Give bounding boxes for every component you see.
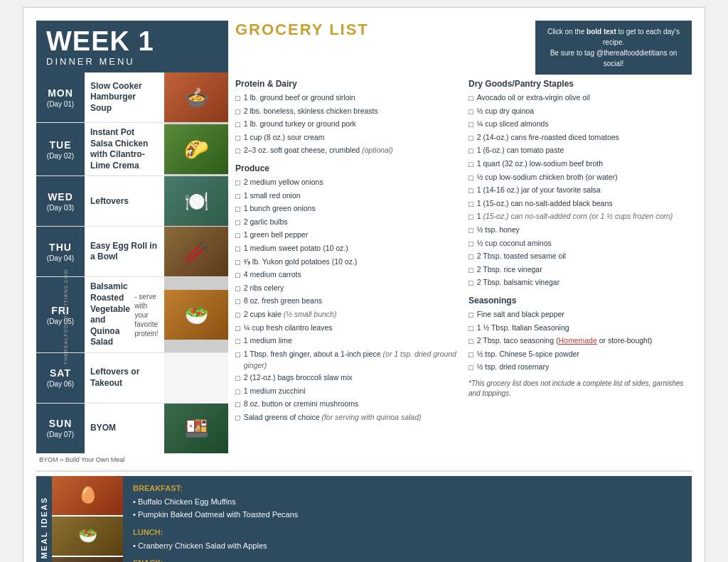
grocery-item: □2–3 oz. soft goat cheese, crumbled (opt… (235, 144, 459, 158)
grocery-item: □¼ cup sliced almonds (469, 118, 692, 131)
day-cell-tue: TUE(Day 02) (36, 123, 85, 175)
grocery-item-text: 2 medium yellow onions (244, 176, 323, 188)
meal-cell-wed[interactable]: Leftovers (85, 176, 164, 226)
grocery-item: □Salad greens of choice (for serving wit… (235, 411, 459, 425)
grocery-checkbox: □ (235, 323, 240, 335)
grocery-item: □1 medium sweet potato (10 oz.) (235, 242, 459, 256)
meal-image-fri: 🥗 (164, 277, 228, 352)
menu-row[interactable]: SUN(Day 07)BYOM🍱 (36, 404, 228, 453)
meal-name: Instant Pot Salsa Chicken with Cilantro-… (90, 127, 159, 171)
grocery-item-text: Avocado oil or extra-virgin olive oil (477, 92, 590, 104)
grocery-checkbox: □ (469, 264, 473, 277)
day-cell-sat: SAT(Day 06) (36, 353, 85, 403)
grocery-item-text: 1 (15-oz.) can no-salt-added black beans (477, 198, 613, 210)
grocery-checkbox: □ (469, 335, 473, 348)
meal-image-sun: 🍱 (164, 404, 228, 453)
grocery-checkbox: □ (235, 269, 240, 282)
grocery-checkbox: □ (235, 217, 240, 229)
meal-image-mon: 🍲 (164, 72, 228, 122)
tip-bold: bold text (587, 28, 616, 36)
right-panel: GROCERY LIST Click on the bold text to g… (235, 21, 692, 466)
grocery-item: □1 cup (8 oz.) sour cream (235, 131, 459, 145)
grocery-item-text: ½ tsp. honey (477, 224, 520, 236)
grocery-item-text: 1 quart (32 oz.) low-sodium beef broth (477, 158, 603, 170)
grocery-item-text: 1 lb. ground beef or ground sirloin (244, 92, 355, 104)
grocery-item-text: ¼ cup fresh cilantro leaves (244, 322, 333, 334)
menu-row[interactable]: MON(Day 01)Slow Cooker Hamburger Soup🍲 (36, 72, 228, 123)
food-image-placeholder: 🌮 (164, 124, 228, 174)
food-image-placeholder: 🍱 (164, 404, 228, 453)
grocery-item: □1 lb. ground beef or ground sirloin (235, 92, 459, 105)
day-name: TUE (50, 139, 72, 151)
day-num: (Day 02) (47, 152, 74, 160)
menu-table: MON(Day 01)Slow Cooker Hamburger Soup🍲TU… (36, 72, 228, 453)
bottom-row: OTHER MEAL IDEAS 🥚 🥗 🍪 BREAKFAST: • Buff… (36, 470, 692, 562)
grocery-checkbox: □ (469, 277, 473, 290)
grocery-item-text: 4 medium carrots (244, 269, 301, 281)
day-num: (Day 06) (47, 380, 74, 388)
meal-name: Slow Cooker Hamburger Soup (90, 81, 159, 114)
grocery-col-right: Dry Goods/Pantry Staples□Avocado oil or … (469, 79, 692, 466)
snack-section: SNACK: • Peanut Butter Oatmeal Balls wit… (133, 556, 682, 562)
item-alternative: (or 1 tsp. dried ground ginger) (244, 350, 456, 370)
breakfast-item-1: • Buffalo Chicken Egg Muffins (133, 497, 236, 506)
day-num: (Day 05) (47, 318, 74, 325)
meal-cell-thu[interactable]: Easy Egg Roll in a Bowl (85, 227, 164, 276)
meal-image-sat (164, 353, 228, 403)
grocery-item-text: 1 (14-16 oz.) jar of your favorite salsa (477, 184, 601, 196)
grocery-item-text: 2–3 oz. soft goat cheese, crumbled (opti… (244, 144, 393, 156)
other-meal-content: BREAKFAST: • Buffalo Chicken Egg Muffins… (123, 476, 692, 562)
day-num: (Day 01) (47, 100, 74, 108)
grocery-checkbox: □ (469, 362, 473, 374)
grocery-item-text: 8 oz. button or cremini mushrooms (244, 398, 359, 410)
meal-cell-sun[interactable]: BYOM (85, 404, 164, 453)
day-name: SAT (50, 367, 71, 379)
grocery-item: □8 oz. fresh green beans (235, 295, 459, 308)
week-header: WEEK 1 DINNER MENU (36, 21, 228, 72)
tip-box: Click on the bold text to get to each da… (535, 21, 692, 75)
meal-cell-fri[interactable]: Balsamic Roasted Vegetable and Quinoa Sa… (85, 277, 164, 352)
grocery-checkbox: □ (469, 158, 473, 171)
grocery-item: □4 medium carrots (235, 269, 459, 282)
grocery-item: □1 Tbsp. fresh ginger, about a 1-inch pi… (235, 348, 459, 372)
grocery-item-text: ½ cup coconut aminos (477, 237, 552, 249)
grocery-item: □½ tsp. dried rosemary (469, 361, 692, 374)
grocery-item: □1 (14-16 oz.) jar of your favorite sals… (469, 184, 692, 198)
food-image-placeholder: 🥗 (164, 290, 228, 340)
grocery-item-text: 2 ribs celery (244, 282, 284, 294)
food-image-placeholder: 🍲 (164, 72, 228, 122)
grocery-item-text: 2 Tbsp. taco seasoning (Homemade or stor… (477, 335, 653, 347)
grocery-checkbox: □ (235, 132, 240, 145)
meal-cell-mon[interactable]: Slow Cooker Hamburger Soup (85, 72, 164, 122)
day-name: MON (48, 87, 73, 99)
grocery-checkbox: □ (469, 92, 473, 105)
item-alt: (15-oz.) can no-salt-added corn (or 1 ½ … (483, 212, 673, 220)
byom-note: BYOM = Build Your Own Meal (36, 453, 228, 466)
grocery-checkbox: □ (235, 229, 240, 242)
food-image-placeholder: 🥢 (164, 227, 228, 276)
day-name: SUN (49, 418, 73, 429)
grocery-checkbox: □ (469, 132, 473, 145)
grocery-item-text: 1 (15-oz.) can no-salt-added corn (or 1 … (477, 210, 673, 222)
grocery-item: □1 green bell pepper (235, 229, 459, 242)
grocery-item-text: ¼ cup sliced almonds (477, 118, 549, 130)
homemade-link[interactable]: Homemade (558, 336, 596, 345)
grocery-section: Protein & Dairy□1 lb. ground beef or gro… (235, 79, 692, 466)
grocery-category: Produce (235, 163, 459, 173)
grocery-checkbox: □ (469, 145, 473, 158)
menu-row[interactable]: WED(Day 03)Leftovers🍽️ (36, 176, 228, 227)
meal-cell-sat[interactable]: Leftovers or Takeout (85, 353, 164, 403)
grocery-checkbox: □ (235, 283, 240, 296)
grocery-item: □1 (6-oz.) can tomato paste (469, 144, 692, 158)
grocery-item: □Fine salt and black pepper (469, 308, 692, 322)
grocery-checkbox: □ (469, 238, 473, 251)
grocery-item: □Avocado oil or extra-virgin olive oil (469, 92, 692, 105)
grocery-item: □1 ½ Tbsp. Italian Seasoning (469, 322, 692, 335)
grocery-checkbox: □ (235, 335, 240, 348)
grocery-checkbox: □ (235, 190, 240, 203)
grocery-item: □2 (12-oz.) bags broccoli slaw mix (235, 372, 459, 385)
meal-cell-tue[interactable]: Instant Pot Salsa Chicken with Cilantro-… (85, 123, 164, 175)
menu-row[interactable]: TUE(Day 02)Instant Pot Salsa Chicken wit… (36, 123, 228, 176)
lunch-section: LUNCH: • Cranberry Chicken Salad with Ap… (133, 526, 682, 552)
grocery-item-text: 2 cups kale (½ small bunch) (244, 308, 337, 320)
